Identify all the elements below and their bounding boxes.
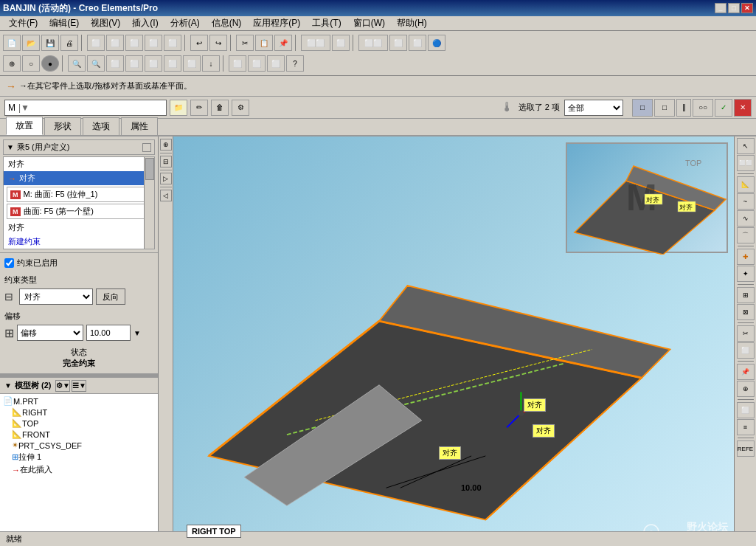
rt-btn-5[interactable]: ∿ [737,210,755,227]
tab-options[interactable]: 选项 [83,117,119,135]
tree-item-insert[interactable]: → 在此插入 [10,463,156,476]
tb-btn-21[interactable]: 🔵 [428,35,445,51]
reverse-button[interactable]: 反向 [96,288,125,305]
close-button[interactable]: ✕ [741,3,753,13]
rt-btn-7[interactable]: ✚ [737,249,755,265]
tb2-btn-13[interactable]: ⬜ [248,55,266,72]
zoom-out-button[interactable]: 🔍 [87,55,105,72]
feature-delete-btn[interactable]: 🗑 [211,100,229,116]
rt-btn-3[interactable]: 📐 [737,176,755,193]
tb2-btn-11[interactable]: ↓ [202,55,220,72]
minimize-button[interactable]: _ [715,3,726,13]
open-button[interactable]: 📂 [22,35,40,51]
feature-edit-btn[interactable]: ✏ [190,100,208,116]
tb2-btn-10[interactable]: ⬜ [183,55,201,72]
menu-view[interactable]: 视图(V) [85,15,126,31]
tb-btn-16[interactable]: ⬜⬜ [301,35,330,51]
zoom-in-button[interactable]: 🔍 [68,55,86,72]
constraint-scrollbar[interactable] [144,157,154,249]
accept-btn[interactable]: ✓ [715,99,732,117]
left-sb-icon-4[interactable]: ◁ [160,190,172,201]
tree-settings-btn[interactable]: ⚙▼ [55,380,70,392]
view-mode-btn-2[interactable]: □ [654,99,675,117]
tree-view-btn[interactable]: ☰▼ [72,380,86,392]
tb2-btn-14[interactable]: ⬜ [267,55,285,72]
menu-app[interactable]: 应用程序(P) [247,15,306,31]
tb2-btn-12[interactable]: ⬜ [229,55,246,72]
offset-arrow-icon[interactable]: ▼ [133,329,141,337]
tb-btn-17[interactable]: ⬜ [332,35,350,51]
constraint-item-align-group[interactable]: 对齐 [4,157,154,171]
view-mode-btn-1[interactable]: □ [632,99,653,117]
rt-btn-13[interactable]: 📌 [737,364,755,380]
tb2-btn-3[interactable]: ● [41,55,59,72]
rt-btn-11[interactable]: ✂ [737,325,755,342]
rt-btn-14[interactable]: ⊕ [737,381,755,397]
menu-window[interactable]: 窗口(W) [347,15,391,31]
tb2-btn-6[interactable]: ⬜ [106,55,124,72]
feature-folder-btn[interactable]: 📁 [170,100,187,116]
window-controls[interactable]: _ □ ✕ [715,3,753,13]
menu-edit[interactable]: 编辑(E) [44,15,85,31]
tb-btn-20[interactable]: ⬜ [409,35,426,51]
rt-btn-12[interactable]: ⬜ [737,342,755,359]
constraint-type-select[interactable]: 对齐 [19,288,93,305]
menu-analysis[interactable]: 分析(A) [164,15,206,31]
tb-btn-7[interactable]: ⬜ [125,35,143,51]
group-collapse-btn[interactable] [142,143,151,152]
cancel-btn[interactable]: ✕ [734,99,752,117]
tb2-btn-1[interactable]: ⊕ [3,55,21,72]
rt-btn-17[interactable]: REFE [737,440,755,457]
viewport[interactable]: 对齐 对齐 对齐 10.00 RIGHT TOP M TOP 对齐 对齐 [173,136,734,546]
tb2-btn-15[interactable]: ? [286,55,304,72]
tb2-btn-9[interactable]: ⬜ [164,55,181,72]
cut-button[interactable]: ✂ [236,35,254,51]
menu-info[interactable]: 信息(N) [206,15,248,31]
tree-item-top[interactable]: 📐 TOP [10,418,156,429]
rt-btn-9[interactable]: ⊞ [737,287,755,303]
constraint-list-box[interactable]: 对齐 → 对齐 M M: 曲面: F5 (拉伸_1) M 曲面: F5 (第一个… [3,156,155,249]
tree-item-csys[interactable]: ✴ PRT_CSYS_DEF [10,440,156,451]
constraint-group-header[interactable]: ▼ 乘5 (用户定义) [3,139,155,155]
tab-placement[interactable]: 放置 [6,117,43,135]
tab-properties[interactable]: 属性 [121,117,158,135]
sub-item-1[interactable]: M M: 曲面: F5 (拉伸_1) [7,187,151,202]
left-sb-icon-2[interactable]: ⊟ [160,156,172,167]
print-button[interactable]: 🖨 [60,35,78,51]
tb-btn-6[interactable]: ⬜ [106,35,124,51]
offset-value-input[interactable] [86,325,131,341]
maximize-button[interactable]: □ [728,3,740,13]
scroll-thumb[interactable] [145,158,154,180]
tree-item-extrude[interactable]: ⊞ 拉伸 1 [10,451,156,463]
rt-btn-8[interactable]: ✦ [737,266,755,282]
rt-btn-4[interactable]: ~ [737,193,755,210]
tree-item-right[interactable]: 📐 RIGHT [10,407,156,418]
tb2-btn-8[interactable]: ⬜ [145,55,162,72]
tb2-btn-7[interactable]: ⬜ [125,55,143,72]
rt-btn-10[interactable]: ⊠ [737,304,755,320]
rt-btn-16[interactable]: ≡ [737,419,755,435]
constraint-enabled-checkbox[interactable] [4,258,14,268]
menu-tools[interactable]: 工具(T) [306,15,347,31]
copy-button[interactable]: 📋 [255,35,273,51]
paste-button[interactable]: 📌 [274,35,292,51]
spin-btn[interactable]: ○○ [693,99,713,117]
menu-help[interactable]: 帮助(H) [391,15,433,31]
redo-button[interactable]: ↪ [209,35,227,51]
feature-gear-btn[interactable]: ⚙ [232,100,249,116]
rt-btn-6[interactable]: ⌒ [737,227,755,243]
constraint-item-active-align[interactable]: → 对齐 [4,171,154,185]
tb2-btn-2[interactable]: ○ [22,55,40,72]
menu-file[interactable]: 文件(F) [3,15,44,31]
tab-shape[interactable]: 形状 [44,117,81,135]
new-button[interactable]: 📄 [3,35,21,51]
rt-select-btn[interactable]: ↖ [737,138,755,154]
new-constraint-link[interactable]: 新建约束 [4,235,154,249]
left-sb-icon-1[interactable]: ⊕ [160,139,172,151]
tree-item-mprt[interactable]: 📄 M.PRT [1,395,156,407]
offset-type-select[interactable]: 偏移 [17,325,83,341]
tb-btn-18[interactable]: ⬜⬜ [358,35,388,51]
rt-btn-2[interactable]: ⬜⬜ [737,155,755,171]
tb-btn-9[interactable]: ⬜ [164,35,181,51]
save-button[interactable]: 💾 [41,35,59,51]
